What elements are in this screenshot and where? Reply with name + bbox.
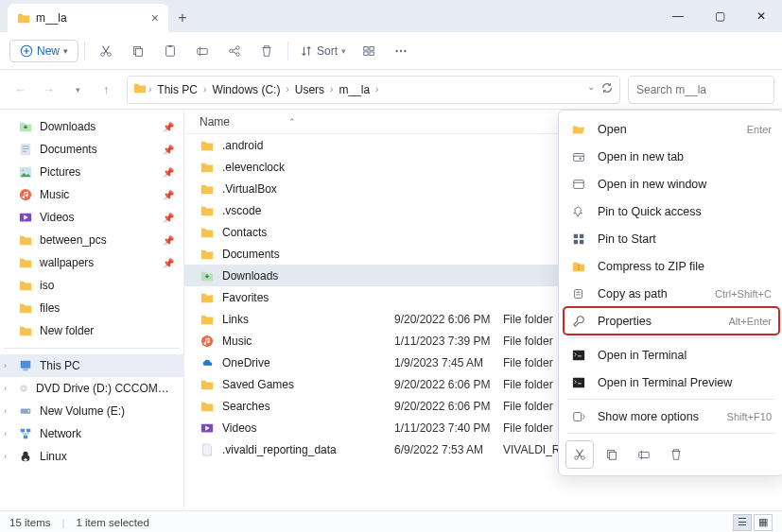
window-icon xyxy=(571,178,586,191)
sidebar-item-downloads[interactable]: Downloads📌 xyxy=(0,115,183,138)
chevron-down-icon: ▾ xyxy=(63,46,68,56)
folder-icon xyxy=(200,138,215,153)
cut-button[interactable] xyxy=(91,38,121,64)
dropdown-icon[interactable]: ⌄ xyxy=(583,81,599,97)
copy-button[interactable] xyxy=(123,38,153,64)
menu-item-copy-as-path[interactable]: Copy as pathCtrl+Shift+C xyxy=(564,280,779,307)
expand-icon[interactable]: › xyxy=(4,361,7,370)
breadcrumb[interactable]: m__la xyxy=(335,81,374,98)
chevron-right-icon: › xyxy=(375,84,378,94)
tab-close-icon[interactable]: × xyxy=(151,10,159,26)
dlfolder-icon xyxy=(200,268,215,283)
new-tab-button[interactable]: + xyxy=(168,4,197,32)
view-button[interactable] xyxy=(354,38,384,64)
chevron-right-icon: › xyxy=(148,84,151,94)
search-input[interactable] xyxy=(636,83,778,96)
menu-item-show-more-options[interactable]: Show more optionsShift+F10 xyxy=(564,403,779,430)
sidebar-item-iso[interactable]: iso xyxy=(0,274,183,297)
expand-icon[interactable]: › xyxy=(4,384,7,393)
address-bar[interactable]: › This PC › Windows (C:) › Users › m__la… xyxy=(127,76,620,104)
menu-item-properties[interactable]: PropertiesAlt+Enter xyxy=(564,307,779,335)
sidebar-item-between_pcs[interactable]: between_pcs📌 xyxy=(0,229,183,251)
share-button[interactable] xyxy=(219,38,250,64)
zip-icon xyxy=(571,260,586,273)
folder-icon xyxy=(200,312,215,327)
new-button[interactable]: New ▾ xyxy=(9,40,78,62)
menu-item-label: Open in Terminal xyxy=(598,349,760,362)
folder-icon xyxy=(19,324,32,337)
paste-button[interactable] xyxy=(155,38,185,64)
menu-item-open-in-new-tab[interactable]: Open in new tab xyxy=(564,143,779,170)
expand-icon[interactable]: › xyxy=(4,429,7,438)
up-button[interactable]: ↑ xyxy=(93,77,119,103)
sidebar-item-documents[interactable]: Documents📌 xyxy=(0,138,183,161)
minimize-button[interactable]: — xyxy=(657,0,699,32)
sidebar-item-new-volume-e-[interactable]: ›New Volume (E:) xyxy=(0,400,183,422)
folder-icon xyxy=(200,290,215,305)
more-button[interactable] xyxy=(386,38,416,64)
cut-button[interactable] xyxy=(565,440,594,469)
breadcrumb[interactable]: This PC xyxy=(153,81,201,98)
sidebar-item-dvd-drive-d-cccoma-x64fre-e[interactable]: ›DVD Drive (D:) CCCOMA_X64FRE_E xyxy=(0,377,183,400)
recent-button[interactable]: ▾ xyxy=(64,77,91,103)
delete-button[interactable] xyxy=(662,440,690,469)
search-box[interactable] xyxy=(628,76,774,104)
menu-item-open-in-new-window[interactable]: Open in new window xyxy=(564,170,779,197)
sidebar-item-this-pc[interactable]: ›This PC xyxy=(0,354,183,377)
maximize-button[interactable]: ▢ xyxy=(699,0,740,32)
icons-view-button[interactable]: ▦ xyxy=(754,514,773,531)
column-name[interactable]: Name⌃ xyxy=(200,115,379,129)
file-name: Searches xyxy=(222,400,394,413)
close-button[interactable]: ✕ xyxy=(740,0,782,32)
folder-icon xyxy=(200,203,215,218)
menu-item-pin-to-quick-access[interactable]: Pin to Quick access xyxy=(564,197,779,225)
file-date: 1/11/2023 7:39 PM xyxy=(394,335,503,348)
menu-item-pin-to-start[interactable]: Pin to Start xyxy=(564,225,779,252)
file-name: Contacts xyxy=(222,226,394,239)
file-name: .vivaldi_reporting_data xyxy=(222,443,394,456)
sidebar-item-pictures[interactable]: Pictures📌 xyxy=(0,161,183,183)
sidebar-item-linux[interactable]: ›Linux xyxy=(0,445,183,468)
sidebar-item-label: Linux xyxy=(40,450,67,463)
sidebar-item-music[interactable]: Music📌 xyxy=(0,183,183,206)
rename-button[interactable] xyxy=(630,440,658,469)
sidebar-item-videos[interactable]: Videos📌 xyxy=(0,206,183,229)
chevron-right-icon: › xyxy=(330,84,333,94)
copy-button[interactable] xyxy=(598,440,626,469)
sidebar-item-new-folder[interactable]: New folder xyxy=(0,319,183,342)
file-date: 1/9/2023 7:45 AM xyxy=(394,356,503,369)
music-icon xyxy=(19,188,32,201)
menu-item-open[interactable]: OpenEnter xyxy=(564,115,779,143)
sidebar-item-label: New folder xyxy=(40,324,94,337)
menu-item-open-in-terminal[interactable]: Open in Terminal xyxy=(564,341,779,369)
tab-current[interactable]: m__la × xyxy=(8,4,168,32)
menu-item-label: Open in new window xyxy=(598,178,760,191)
file-name: OneDrive xyxy=(222,356,394,369)
menu-item-compress-to-zip-file[interactable]: Compress to ZIP file xyxy=(564,252,779,280)
sort-button[interactable]: Sort ▾ xyxy=(294,44,352,58)
expand-icon[interactable]: › xyxy=(4,406,7,416)
menu-item-label: Compress to ZIP file xyxy=(598,260,760,273)
sort-icon xyxy=(300,44,313,58)
view-switcher: ☰ ▦ xyxy=(733,514,773,531)
onedrive-icon xyxy=(200,355,215,370)
content-area: Name⌃ .android.elevenclock.VirtualBox.vs… xyxy=(184,110,782,510)
forward-button[interactable]: → xyxy=(36,77,62,103)
folder-icon xyxy=(19,301,32,315)
copy-icon xyxy=(605,448,618,461)
sidebar-item-network[interactable]: ›Network xyxy=(0,422,183,445)
menu-item-open-in-terminal-preview[interactable]: Open in Terminal Preview xyxy=(564,369,779,396)
window-controls: — ▢ ✕ xyxy=(657,0,782,32)
back-button[interactable]: ← xyxy=(8,77,34,103)
folder-icon xyxy=(200,225,215,240)
folder-icon xyxy=(200,399,215,414)
breadcrumb[interactable]: Users xyxy=(291,81,328,98)
delete-button[interactable] xyxy=(252,38,282,64)
breadcrumb[interactable]: Windows (C:) xyxy=(208,81,284,98)
rename-button[interactable] xyxy=(187,38,217,64)
sidebar-item-wallpapers[interactable]: wallpapers📌 xyxy=(0,251,183,274)
details-view-button[interactable]: ☰ xyxy=(733,514,752,531)
refresh-button[interactable] xyxy=(600,81,614,97)
sidebar-item-files[interactable]: files xyxy=(0,297,183,319)
expand-icon[interactable]: › xyxy=(4,452,7,461)
